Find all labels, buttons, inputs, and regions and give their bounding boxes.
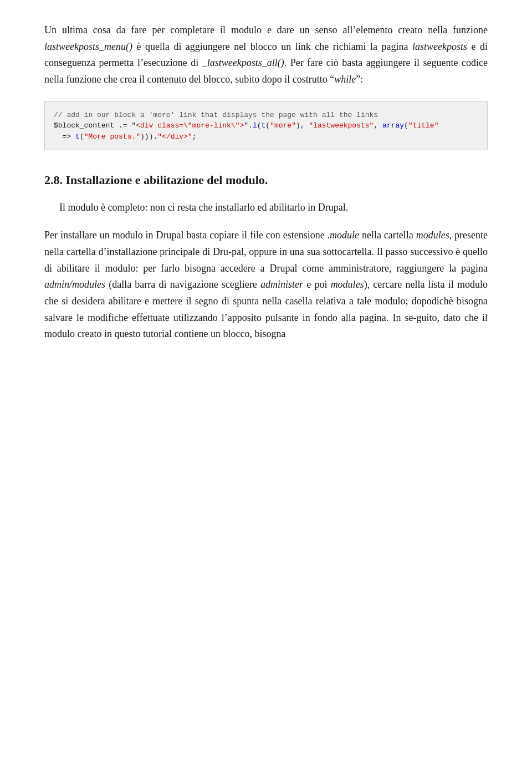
code-block: // add in our block a 'more' link that d…: [44, 101, 488, 151]
section-number: 2.8.: [44, 173, 63, 187]
section-2-8-heading: 2.8. Installazione e abilitazione del mo…: [44, 170, 488, 190]
code-line-2: $block_content .= "<div class=\"more-lin…: [54, 121, 438, 141]
code-comment: // add in our block a 'more' link that d…: [54, 111, 378, 119]
inline-administer: administer: [260, 279, 303, 290]
inline-code-lastweekposts-all: _lastweekposts_all(): [202, 57, 284, 68]
inline-admin-modules: admin/modules: [44, 279, 105, 290]
section-title: Installazione e abilitazione del modulo.: [66, 173, 268, 187]
inline-code-lastweekposts-menu: lastweekposts_menu(): [44, 41, 132, 52]
section-2-8-p1: Il modulo è completo: non ci resta che i…: [44, 200, 488, 216]
intro-paragraph: Un ultima cosa da fare per completare il…: [44, 22, 488, 88]
inline-modules: modules: [416, 230, 449, 241]
inline-modules-2: modules: [331, 279, 364, 290]
inline-code-while: while: [334, 74, 356, 85]
section-2-8-p2: Per installare un modulo in Drupal basta…: [44, 227, 488, 343]
inline-code-lastweekposts: lastweekposts: [412, 41, 467, 52]
page-container: Un ultima cosa da fare per completare il…: [0, 0, 532, 376]
inline-module: module: [330, 230, 359, 241]
